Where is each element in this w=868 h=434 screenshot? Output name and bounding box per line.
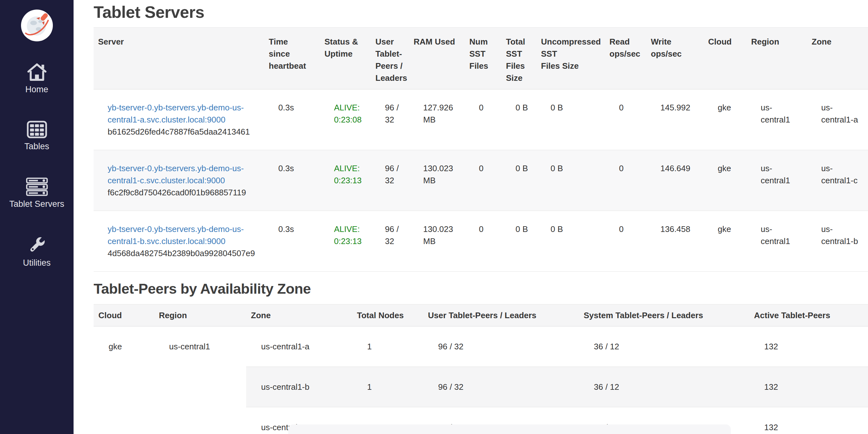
yugabytedb-logo[interactable] (21, 9, 53, 41)
cell-write-ops: 136.458 (646, 211, 704, 272)
sidebar-item-label: Tablet Servers (9, 199, 64, 209)
column-header-region: Region (747, 28, 807, 90)
cell-cloud: gke (704, 211, 747, 272)
page-title: Tablet Servers (94, 3, 868, 22)
column-header-write-ops: Write ops/sec (646, 28, 704, 90)
column-header-server: Server (94, 28, 264, 90)
cell-time-since-heartbeat: 0.3s (264, 90, 320, 150)
cell-zone: us-central1-b (807, 211, 868, 272)
cell-num-sst-files: 0 (465, 211, 501, 272)
cell-status-uptime: ALIVE: 0:23:13 (320, 150, 371, 211)
az-header-row: Cloud Region Zone Total Nodes User Table… (94, 304, 868, 327)
cell-user-tablet-peers: 96 / 32 (371, 150, 409, 211)
cell-active-tablet-peers: 132 (749, 327, 868, 367)
sidebar-item-label: Utilities (23, 258, 51, 268)
tablet-servers-table: Server Time since heartbeat Status & Upt… (94, 27, 868, 272)
column-header-ram-used: RAM Used (409, 28, 465, 90)
column-header-total-nodes: Total Nodes (352, 304, 423, 327)
cell-total-nodes: 1 (352, 367, 423, 407)
az-row-0: gke us-central1 us-central1-a 1 96 / 32 … (94, 327, 868, 367)
column-header-user-tablet-peers: User Tablet- Peers / Leaders (371, 28, 409, 90)
tserver-row-2: yb-tserver-0.yb-tservers.yb-demo-us-cent… (94, 211, 868, 272)
column-header-region: Region (154, 304, 246, 327)
cell-status-uptime: ALIVE: 0:23:08 (320, 90, 371, 150)
tserver-uuid: b61625d26fed4c7887f6a5daa2413461 (107, 126, 257, 138)
column-header-total-sst-files-size: Total SST Files Size (501, 28, 536, 90)
column-header-zone: Zone (807, 28, 868, 90)
column-header-time-since-heartbeat: Time since heartbeat (264, 28, 320, 90)
cell-uncompressed-sst-files-size: 0 B (536, 150, 605, 211)
tserver-row-0: yb-tserver-0.yb-tservers.yb-demo-us-cent… (94, 90, 868, 150)
cell-zone: us-central1-a (246, 327, 352, 367)
sidebar-item-tables[interactable]: Tables (0, 121, 73, 152)
tserver-uuid: f6c2f9c8d750426cad0f01b968857119 (107, 187, 257, 199)
cell-ram-used: 130.023 MB (409, 211, 465, 272)
cell-ram-used: 127.926 MB (409, 90, 465, 150)
tserver-link[interactable]: yb-tserver-0.yb-tservers.yb-demo-us-cent… (107, 103, 244, 125)
az-table: Cloud Region Zone Total Nodes User Table… (94, 304, 868, 434)
column-header-zone: Zone (246, 304, 352, 327)
cell-server: yb-tserver-0.yb-tservers.yb-demo-us-cent… (94, 90, 264, 150)
horizontal-scrollbar[interactable] (288, 425, 731, 434)
cell-user-tablet-peers: 96 / 32 (371, 90, 409, 150)
cell-user-tablet-peers: 96 / 32 (423, 327, 579, 367)
cell-num-sst-files: 0 (465, 150, 501, 211)
sidebar-item-home[interactable]: Home (0, 62, 73, 95)
column-header-cloud: Cloud (704, 28, 747, 90)
cell-total-sst-files-size: 0 B (501, 90, 536, 150)
sidebar-item-label: Home (25, 85, 48, 95)
cell-system-tablet-peers: 36 / 12 (579, 367, 749, 407)
tserver-link[interactable]: yb-tserver-0.yb-tservers.yb-demo-us-cent… (107, 164, 244, 185)
cell-uncompressed-sst-files-size: 0 B (536, 211, 605, 272)
sidebar-nav: Home Tables (0, 62, 73, 294)
cell-total-sst-files-size: 0 B (501, 211, 536, 272)
cell-read-ops: 0 (605, 90, 646, 150)
column-header-num-sst-files: Num SST Files (465, 28, 501, 90)
rocket-globe-icon (23, 11, 51, 39)
cell-total-nodes: 1 (352, 327, 423, 367)
cell-region: us-central1 (747, 90, 807, 150)
cell-region: us-central1 (747, 211, 807, 272)
cell-cloud: gke (94, 327, 154, 434)
az-section-title: Tablet-Peers by Availability Zone (94, 281, 868, 297)
main-content: Tablet Servers Server Time since heartbe… (73, 0, 868, 434)
column-header-system-tablet-peers-leaders: System Tablet-Peers / Leaders (579, 304, 749, 327)
home-icon (26, 62, 48, 81)
cell-region: us-central1 (154, 327, 246, 434)
tserver-link[interactable]: yb-tserver-0.yb-tservers.yb-demo-us-cent… (107, 224, 244, 246)
cell-server: yb-tserver-0.yb-tservers.yb-demo-us-cent… (94, 150, 264, 211)
cell-num-sst-files: 0 (465, 90, 501, 150)
cell-time-since-heartbeat: 0.3s (264, 211, 320, 272)
cell-uncompressed-sst-files-size: 0 B (536, 90, 605, 150)
column-header-user-tablet-peers-leaders: User Tablet-Peers / Leaders (423, 304, 579, 327)
cell-zone: us-central1-a (807, 90, 868, 150)
cell-ram-used: 130.023 MB (409, 150, 465, 211)
cell-cloud: gke (704, 90, 747, 150)
tserver-header-row: Server Time since heartbeat Status & Upt… (94, 28, 868, 90)
cell-user-tablet-peers: 96 / 32 (423, 367, 579, 407)
cell-write-ops: 145.992 (646, 90, 704, 150)
sidebar: Home Tables (0, 0, 73, 434)
column-header-read-ops: Read ops/sec (605, 28, 646, 90)
cell-read-ops: 0 (605, 150, 646, 211)
cell-zone: us-central1-b (246, 367, 352, 407)
tablet-servers-icon (26, 177, 48, 196)
cell-write-ops: 146.649 (646, 150, 704, 211)
utilities-icon (27, 235, 47, 255)
cell-user-tablet-peers: 96 / 32 (371, 211, 409, 272)
tables-icon (27, 121, 47, 138)
sidebar-item-utilities[interactable]: Utilities (0, 235, 73, 268)
cell-status-uptime: ALIVE: 0:23:13 (320, 211, 371, 272)
cell-region: us-central1 (747, 150, 807, 211)
cell-system-tablet-peers: 36 / 12 (579, 327, 749, 367)
column-header-active-tablet-peers: Active Tablet-Peers (749, 304, 868, 327)
column-header-cloud: Cloud (94, 304, 154, 327)
cell-server: yb-tserver-0.yb-tservers.yb-demo-us-cent… (94, 211, 264, 272)
sidebar-item-tablet-servers[interactable]: Tablet Servers (0, 177, 73, 209)
tserver-row-1: yb-tserver-0.yb-tservers.yb-demo-us-cent… (94, 150, 868, 211)
cell-time-since-heartbeat: 0.3s (264, 150, 320, 211)
cell-active-tablet-peers: 132 (749, 407, 868, 434)
column-header-status-uptime: Status & Uptime (320, 28, 371, 90)
cell-total-sst-files-size: 0 B (501, 150, 536, 211)
cell-active-tablet-peers: 132 (749, 367, 868, 407)
